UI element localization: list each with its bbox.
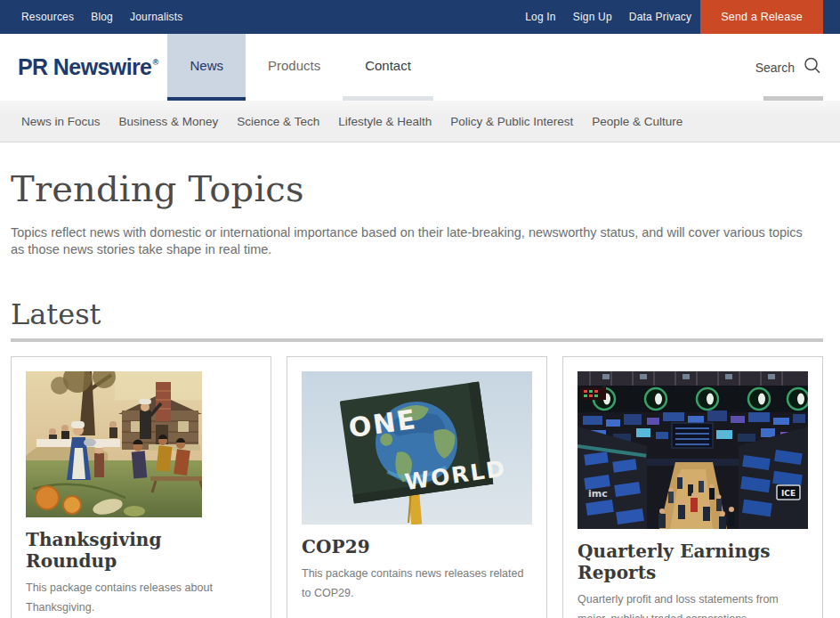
category-subnav: News in Focus Business & Money Science &… (0, 101, 840, 142)
subnav-item-business-money[interactable]: Business & Money (119, 115, 219, 128)
logo-text: PR Newswire (18, 54, 151, 80)
search-label: Search (755, 61, 795, 75)
topbar-link-journalists[interactable]: Journalists (130, 0, 183, 34)
topbar-right-links: Log In Sign Up Data Privacy (525, 0, 691, 34)
nav-tab-contact[interactable]: Contact (343, 34, 433, 101)
card-title: COP29 (302, 536, 532, 557)
search-scroll-indicator (763, 96, 823, 101)
section-title-latest: Latest (11, 297, 823, 331)
pr-newswire-page: Resources Blog Journalists Log In Sign U… (0, 0, 840, 618)
topbar-left-links: Resources Blog Journalists (21, 0, 183, 34)
primary-nav: News Products Contact (167, 34, 432, 101)
card-description: This package contains news releases rela… (302, 565, 532, 603)
subnav-item-news-in-focus[interactable]: News in Focus (21, 115, 101, 128)
thanksgiving-painting-image (26, 371, 202, 517)
topbar-link-resources[interactable]: Resources (21, 0, 74, 34)
page-intro: Topics reflect news with domestic or int… (11, 224, 813, 258)
nav-tab-news[interactable]: News (167, 34, 246, 101)
card-title: Quarterly Earnings Reports (578, 541, 808, 583)
nyse-trading-floor-image: imc ICE (578, 371, 808, 529)
topic-card-thanksgiving-roundup[interactable]: Thanksgiving Roundup This package contai… (11, 356, 271, 618)
page-title: Trending Topics (11, 168, 823, 209)
topic-card-quarterly-earnings[interactable]: imc ICE (562, 356, 823, 618)
send-a-release-button[interactable]: Send a Release (700, 0, 823, 34)
registered-mark: ® (152, 58, 158, 67)
section-divider (11, 338, 823, 342)
main-header: PR Newswire® News Products Contact Searc… (0, 34, 840, 101)
search-icon (803, 56, 822, 78)
pr-newswire-logo[interactable]: PR Newswire® (18, 34, 158, 101)
card-description: Quarterly profit and loss statements fro… (578, 590, 808, 618)
topic-card-grid: Thanksgiving Roundup This package contai… (11, 356, 823, 618)
subnav-item-science-tech[interactable]: Science & Tech (237, 115, 319, 128)
ice-logo-text: ICE (781, 489, 796, 498)
card-column-1: Thanksgiving Roundup This package contai… (11, 356, 271, 618)
subnav-item-people-culture[interactable]: People & Culture (592, 115, 682, 128)
topbar-link-blog[interactable]: Blog (91, 0, 113, 34)
card-title: Thanksgiving Roundup (26, 529, 256, 572)
topic-card-cop29[interactable]: ONE WORLD COP29 This package contains ne… (287, 356, 547, 618)
main-content: Trending Topics Topics reflect news with… (11, 168, 823, 618)
topbar-link-signup[interactable]: Sign Up (573, 0, 612, 34)
card-description: This package contains releases about Tha… (26, 579, 256, 617)
topbar-link-data-privacy[interactable]: Data Privacy (629, 0, 691, 34)
one-world-protest-sign-image: ONE WORLD (302, 371, 532, 524)
header-spacer (433, 34, 755, 101)
search-button[interactable]: Search (755, 34, 822, 101)
topbar-link-login[interactable]: Log In (525, 0, 556, 34)
subnav-item-policy-public-interest[interactable]: Policy & Public Interest (450, 115, 573, 128)
topbar-spacer (183, 0, 526, 34)
top-utility-bar: Resources Blog Journalists Log In Sign U… (0, 0, 840, 34)
card-column-3: imc ICE (562, 356, 823, 618)
imc-logo-text: imc (588, 488, 608, 500)
card-column-2: ONE WORLD COP29 This package contains ne… (287, 356, 547, 618)
subnav-item-lifestyle-health[interactable]: Lifestyle & Health (338, 115, 432, 128)
nav-tab-products[interactable]: Products (246, 34, 343, 101)
